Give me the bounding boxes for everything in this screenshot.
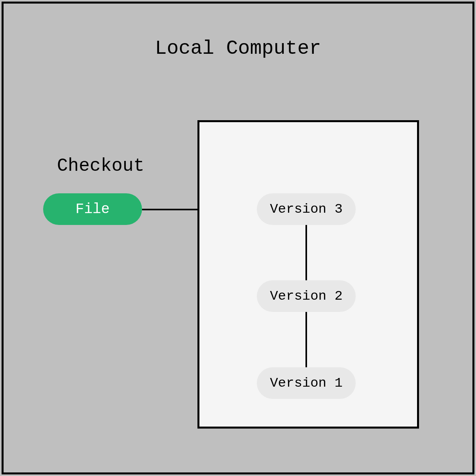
- version-pill-1: Version 1: [257, 367, 356, 399]
- checkout-label: Checkout: [57, 156, 144, 176]
- repository-box: Version 3 Version 2 Version 1: [197, 120, 419, 429]
- page-title: Local Computer: [4, 37, 472, 60]
- version-2-label: Version 2: [270, 289, 343, 304]
- file-pill-label: File: [76, 201, 110, 217]
- version-1-label: Version 1: [270, 376, 343, 391]
- connector-v2-v1: [305, 312, 307, 367]
- file-pill: File: [43, 193, 142, 225]
- local-computer-frame: Local Computer Checkout File Version 3 V…: [2, 2, 474, 474]
- version-pill-2: Version 2: [257, 280, 356, 312]
- connector-v3-v2: [305, 225, 307, 280]
- version-3-label: Version 3: [270, 202, 343, 217]
- version-pill-3: Version 3: [257, 193, 356, 225]
